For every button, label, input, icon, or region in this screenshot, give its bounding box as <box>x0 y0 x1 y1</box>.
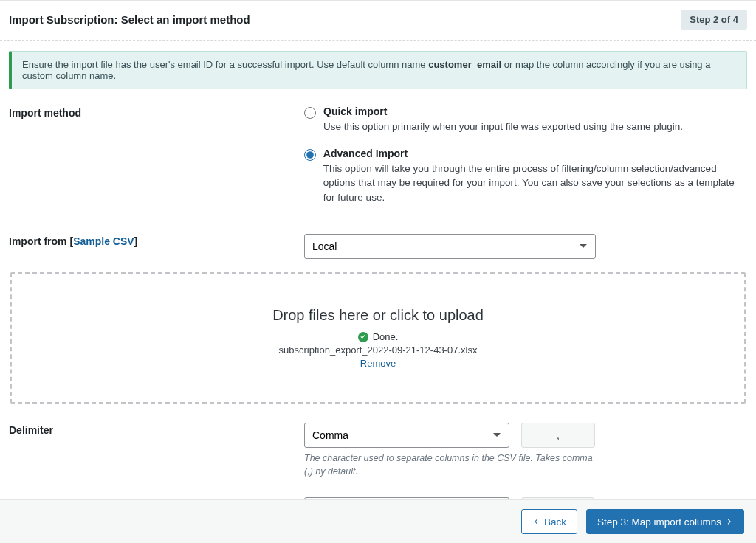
next-button[interactable]: Step 3: Map import columns <box>586 509 744 534</box>
radio-quick-desc: Use this option primarily when your inpu… <box>323 120 683 134</box>
delimiter-char-box: , <box>521 423 595 448</box>
radio-quick-label: Quick import <box>323 106 683 117</box>
uploaded-filename: subscription_export_2022-09-21-12-43-07.… <box>279 345 478 356</box>
import-notice: Ensure the import file has the user's em… <box>9 51 747 89</box>
chevron-right-icon <box>726 518 733 525</box>
radio-quick-input[interactable] <box>304 107 316 119</box>
radio-advanced-input[interactable] <box>304 149 316 161</box>
file-dropzone[interactable]: Drop files here or click to upload Done.… <box>10 272 746 404</box>
dropzone-title: Drop files here or click to upload <box>272 307 484 324</box>
delimiter-label: Delimiter <box>9 423 304 436</box>
import-from-label-prefix: Import from <box>9 235 69 247</box>
radio-advanced-label: Advanced Import <box>323 148 747 159</box>
step-badge: Step 2 of 4 <box>681 10 747 30</box>
page-title: Import Subscription: Select an import me… <box>9 13 250 26</box>
chevron-left-icon <box>532 518 540 525</box>
next-button-label: Step 3: Map import columns <box>597 516 721 528</box>
import-method-label: Import method <box>9 106 304 119</box>
radio-advanced-desc: This option will take you through the en… <box>323 162 747 205</box>
back-button-label: Back <box>544 516 566 528</box>
radio-quick-import[interactable]: Quick import Use this option primarily w… <box>304 106 747 134</box>
notice-text-before: Ensure the import file has the user's em… <box>22 59 428 70</box>
footer-bar: Back Step 3: Map import columns <box>0 499 756 543</box>
radio-advanced-import[interactable]: Advanced Import This option will take yo… <box>304 148 747 205</box>
delimiter-help: The character used to separate columns i… <box>304 452 599 478</box>
import-from-label: Import from [Sample CSV] <box>9 234 304 247</box>
sample-csv-link[interactable]: Sample CSV <box>73 235 134 247</box>
remove-file-link[interactable]: Remove <box>360 358 396 369</box>
delimiter-select[interactable]: Comma <box>304 423 509 448</box>
upload-status: Done. <box>358 331 399 342</box>
import-from-select[interactable]: Local <box>304 234 596 259</box>
notice-bold: customer_email <box>428 59 501 70</box>
upload-status-text: Done. <box>373 331 399 342</box>
back-button[interactable]: Back <box>521 509 577 534</box>
check-icon <box>358 332 368 342</box>
